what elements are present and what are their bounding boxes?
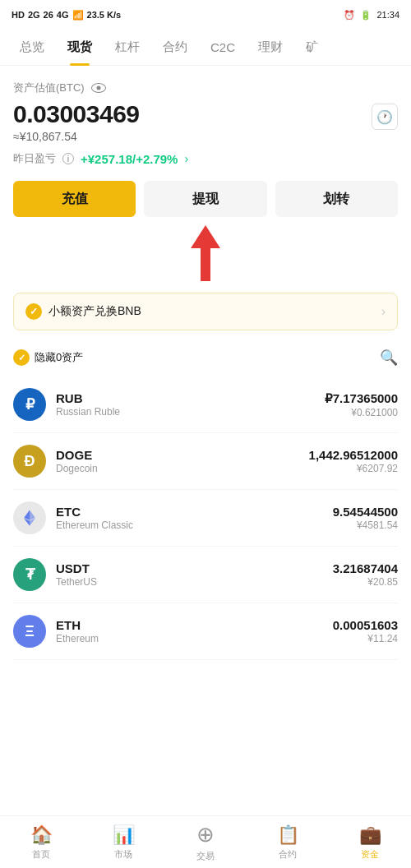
etc-cny: ¥4581.54	[333, 519, 398, 531]
bnb-check-circle: ✓	[25, 303, 42, 320]
coin-row-rub[interactable]: ₽ RUB Russian Ruble ₽7.17365000 ¥0.62100…	[13, 376, 398, 433]
usdt-name: TetherUS	[56, 576, 333, 588]
nav-home[interactable]: 🏠 首页	[0, 816, 82, 868]
coin-row-doge[interactable]: Ð DOGE Dogecoin 1,442.96512000 ¥6207.92	[13, 433, 398, 490]
doge-cny: ¥6207.92	[309, 463, 398, 474]
arrow-shaft	[201, 248, 210, 281]
tab-c2c[interactable]: C2C	[199, 30, 247, 66]
info-icon[interactable]: i	[62, 153, 74, 164]
status-left: HD 2G 26 4G 📶 23.5 K/s	[12, 10, 121, 21]
asset-values: 0.03003469 ≈¥10,867.54	[13, 100, 140, 143]
history-icon-btn[interactable]: 🕐	[372, 104, 398, 130]
hide-check-icon: ✓	[13, 349, 30, 366]
etc-amount: 9.54544500	[333, 505, 398, 519]
time-display: 21:34	[376, 10, 399, 20]
rub-name: Russian Ruble	[56, 406, 325, 418]
nav-trade-label: 交易	[196, 850, 215, 862]
eth-balance: 0.00051603 ¥11.24	[333, 618, 398, 644]
home-icon: 🏠	[30, 824, 53, 846]
list-controls: ✓ 隐藏0资产 🔍	[0, 342, 411, 376]
coin-row-etc[interactable]: ETC Ethereum Classic 9.54544500 ¥4581.54	[13, 490, 398, 547]
status-bar: HD 2G 26 4G 📶 23.5 K/s ⏰ 🔋 21:34	[0, 0, 411, 30]
eth-symbol: ETH	[56, 618, 333, 632]
usdt-amount: 3.21687404	[333, 561, 398, 575]
withdraw-button[interactable]: 提现	[144, 181, 266, 217]
rub-balance: ₽7.17365000 ¥0.621000	[325, 391, 398, 418]
etc-icon	[13, 501, 46, 534]
usdt-info: USDT TetherUS	[56, 561, 333, 588]
hide-assets-label: 隐藏0资产	[35, 350, 83, 365]
bottom-nav: 🏠 首页 📊 市场 ⊕ 交易 📋 合约 💼 资金	[0, 815, 411, 868]
nav-funds[interactable]: 💼 资金	[329, 816, 411, 868]
eth-cny: ¥11.24	[333, 633, 398, 644]
hd-badge: HD	[12, 10, 25, 20]
search-button[interactable]: 🔍	[380, 349, 398, 367]
trade-icon: ⊕	[196, 822, 215, 847]
check-icon: ✓	[30, 306, 38, 317]
search-icon: 🔍	[380, 349, 398, 367]
tab-earn[interactable]: 理财	[247, 30, 294, 66]
tab-overview[interactable]: 总览	[8, 30, 56, 66]
history-icon: 🕐	[376, 109, 393, 125]
deposit-button[interactable]: 充值	[13, 181, 136, 217]
tab-futures[interactable]: 合约	[151, 30, 199, 66]
eth-name: Ethereum	[56, 633, 333, 644]
rub-cny: ¥0.621000	[325, 407, 398, 418]
nav-contract[interactable]: 📋 合约	[247, 816, 329, 868]
nav-market-label: 市场	[114, 848, 132, 861]
usdt-icon: ₮	[13, 558, 46, 591]
arrow-head	[191, 225, 220, 248]
tab-mining[interactable]: 矿	[294, 30, 330, 66]
rub-amount: ₽7.17365000	[325, 391, 398, 406]
nav-trade[interactable]: ⊕ 交易	[164, 816, 247, 868]
doge-symbol: DOGE	[56, 448, 309, 462]
doge-icon: Ð	[13, 445, 46, 478]
coin-row-usdt[interactable]: ₮ USDT TetherUS 3.21687404 ¥20.85	[13, 547, 398, 603]
nav-tabs: 总览 现货 杠杆 合约 C2C 理财 矿	[0, 30, 411, 66]
nav-funds-label: 资金	[361, 848, 379, 861]
asset-label: 资产估值(BTC)	[13, 81, 398, 95]
arrow-annotation	[0, 225, 411, 281]
pnl-row: 昨日盈亏 i +¥257.18/+2.79% ›	[13, 151, 398, 166]
doge-info: DOGE Dogecoin	[56, 448, 309, 474]
usdt-cny: ¥20.85	[333, 576, 398, 588]
checkmark-icon: ✓	[18, 353, 25, 363]
nav-contract-label: 合约	[279, 848, 297, 861]
pnl-value: +¥257.18/+2.79%	[81, 152, 178, 166]
etc-info: ETC Ethereum Classic	[56, 505, 333, 531]
rub-icon: ₽	[13, 388, 46, 421]
asset-row: 0.03003469 ≈¥10,867.54 🕐	[13, 100, 398, 143]
funds-icon: 💼	[359, 824, 381, 846]
bnb-banner[interactable]: ✓ 小额资产兑换BNB ›	[13, 293, 398, 330]
doge-name: Dogecoin	[56, 463, 309, 474]
btc-value: 0.03003469	[13, 100, 140, 128]
rub-symbol: RUB	[56, 391, 325, 405]
transfer-button[interactable]: 划转	[275, 181, 398, 217]
usdt-symbol: USDT	[56, 561, 333, 575]
eth-amount: 0.00051603	[333, 618, 398, 632]
usdt-balance: 3.21687404 ¥20.85	[333, 561, 398, 588]
coin-row-eth[interactable]: Ξ ETH Ethereum 0.00051603 ¥11.24	[13, 603, 398, 660]
nav-home-label: 首页	[32, 848, 50, 861]
market-icon: 📊	[113, 824, 135, 846]
rub-info: RUB Russian Ruble	[56, 391, 325, 418]
asset-label-text: 资产估值(BTC)	[13, 81, 85, 95]
etc-symbol: ETC	[56, 505, 333, 519]
etc-svg-icon	[21, 509, 39, 527]
nav-market[interactable]: 📊 市场	[82, 816, 164, 868]
battery-icon: 🔋	[360, 10, 372, 21]
speed-indicator: 23.5 K/s	[87, 10, 122, 20]
hide-assets-toggle[interactable]: ✓ 隐藏0资产	[13, 349, 83, 366]
bnb-text: ✓ 小额资产兑换BNB	[25, 303, 141, 320]
tab-spot[interactable]: 现货	[56, 30, 104, 66]
tab-margin[interactable]: 杠杆	[104, 30, 151, 66]
main-content: 资产估值(BTC) 0.03003469 ≈¥10,867.54 🕐 昨日盈亏 …	[0, 66, 411, 217]
signal-2g: 2G	[28, 10, 40, 20]
bnb-chevron-icon: ›	[381, 304, 386, 319]
red-arrow	[191, 225, 220, 281]
etc-name: Ethereum Classic	[56, 519, 333, 531]
coin-list: ₽ RUB Russian Ruble ₽7.17365000 ¥0.62100…	[0, 376, 411, 660]
eye-icon[interactable]	[91, 83, 106, 93]
status-right: ⏰ 🔋 21:34	[344, 10, 399, 21]
pnl-label: 昨日盈亏	[13, 151, 56, 166]
